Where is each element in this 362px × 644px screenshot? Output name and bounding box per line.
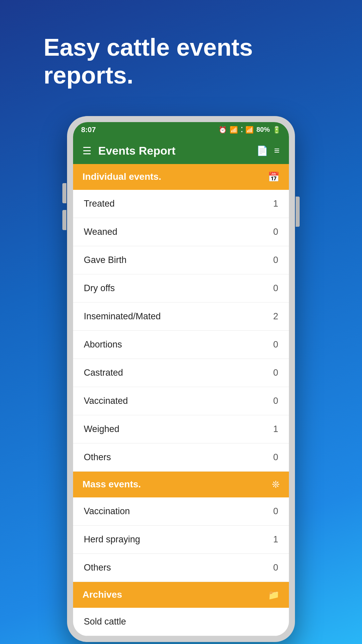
list-item[interactable]: Dry offs 0 xyxy=(73,274,289,303)
list-item[interactable]: Vaccinated 0 xyxy=(73,387,289,415)
row-label: Dry offs xyxy=(84,283,115,293)
row-label: Sold cattle xyxy=(84,616,126,627)
row-label: Abortions xyxy=(84,339,122,350)
row-label: Treated xyxy=(84,199,115,209)
list-item[interactable]: Others 0 xyxy=(73,554,289,582)
row-label: Others xyxy=(84,562,111,573)
phone-screen: 8:07 ⏰ 📶 ⁚ 📶 80% 🔋 ☰ Events Report 📄 ≡ xyxy=(73,122,289,636)
signal-icon: 📶 xyxy=(230,126,238,134)
row-label: Herd spraying xyxy=(84,534,140,545)
hero-title: Easy cattle events reports. xyxy=(44,34,318,89)
list-item[interactable]: Weighed 1 xyxy=(73,415,289,443)
battery-icon: 🔋 xyxy=(273,126,281,134)
row-value: 0 xyxy=(273,283,278,293)
app-bar-actions: 📄 ≡ xyxy=(256,145,280,156)
list-item[interactable]: Inseminated/Mated 2 xyxy=(73,303,289,331)
archives-header[interactable]: Archives 📁 xyxy=(73,582,289,608)
snowflake-icon: ❊ xyxy=(272,479,280,490)
row-label: Weaned xyxy=(84,227,117,237)
menu-icon[interactable]: ☰ xyxy=(82,145,92,157)
row-value: 1 xyxy=(273,534,278,545)
phone-mockup: 8:07 ⏰ 📶 ⁚ 📶 80% 🔋 ☰ Events Report 📄 ≡ xyxy=(67,116,295,642)
row-label: Castrated xyxy=(84,368,123,378)
signal2-icon: 📶 xyxy=(245,126,254,134)
status-right: ⏰ 📶 ⁚ 📶 80% 🔋 xyxy=(219,126,281,134)
status-time: 8:07 xyxy=(81,125,96,134)
row-label: Inseminated/Mated xyxy=(84,311,161,322)
app-bar-left: ☰ Events Report xyxy=(82,144,176,157)
row-label: Vaccinated xyxy=(84,396,128,406)
row-value: 2 xyxy=(273,311,278,322)
row-value: 0 xyxy=(273,396,278,406)
individual-events-list: Treated 1 Weaned 0 Gave Birth 0 Dry offs… xyxy=(73,190,289,472)
list-item[interactable]: Abortions 0 xyxy=(73,331,289,359)
app-bar: ☰ Events Report 📄 ≡ xyxy=(73,138,289,164)
mass-events-title: Mass events. xyxy=(82,479,141,490)
row-value: 1 xyxy=(273,199,278,209)
calendar-icon: 📅 xyxy=(268,171,280,182)
list-item[interactable]: Treated 1 xyxy=(73,190,289,218)
list-item[interactable]: Sold cattle xyxy=(73,608,289,636)
list-item[interactable]: Castrated 0 xyxy=(73,359,289,387)
individual-events-header[interactable]: Individual events. 📅 xyxy=(73,164,289,190)
list-item[interactable]: Weaned 0 xyxy=(73,218,289,246)
row-value: 0 xyxy=(273,255,278,265)
archive-icon: 📁 xyxy=(268,589,280,600)
row-value: 0 xyxy=(273,506,278,517)
status-bar: 8:07 ⏰ 📶 ⁚ 📶 80% 🔋 xyxy=(73,122,289,138)
mass-events-list: Vaccination 0 Herd spraying 1 Others 0 xyxy=(73,497,289,582)
row-label: Vaccination xyxy=(84,506,130,517)
archives-title: Archives xyxy=(82,589,122,600)
power-button xyxy=(296,197,300,227)
battery-level: 80% xyxy=(256,126,270,133)
row-value: 0 xyxy=(273,562,278,573)
pdf-export-button[interactable]: 📄 xyxy=(256,145,268,156)
archives-list: Sold cattle xyxy=(73,608,289,636)
wifi-icon: ⁚ xyxy=(241,126,243,134)
volume-down-button xyxy=(62,210,66,230)
row-value: 0 xyxy=(273,368,278,378)
row-value: 0 xyxy=(273,339,278,350)
volume-up-button xyxy=(62,183,66,203)
app-bar-title: Events Report xyxy=(98,144,176,157)
filter-button[interactable]: ≡ xyxy=(274,145,280,156)
list-item[interactable]: Others 0 xyxy=(73,443,289,472)
row-value: 1 xyxy=(273,424,278,434)
row-value: 0 xyxy=(273,227,278,237)
row-label: Gave Birth xyxy=(84,255,127,265)
list-item[interactable]: Gave Birth 0 xyxy=(73,246,289,274)
individual-events-title: Individual events. xyxy=(82,171,161,182)
row-label: Weighed xyxy=(84,424,119,434)
row-label: Others xyxy=(84,452,111,463)
list-item[interactable]: Herd spraying 1 xyxy=(73,526,289,554)
mass-events-header[interactable]: Mass events. ❊ xyxy=(73,472,289,497)
list-item[interactable]: Vaccination 0 xyxy=(73,497,289,526)
row-value: 0 xyxy=(273,452,278,463)
alarm-icon: ⏰ xyxy=(219,126,227,134)
